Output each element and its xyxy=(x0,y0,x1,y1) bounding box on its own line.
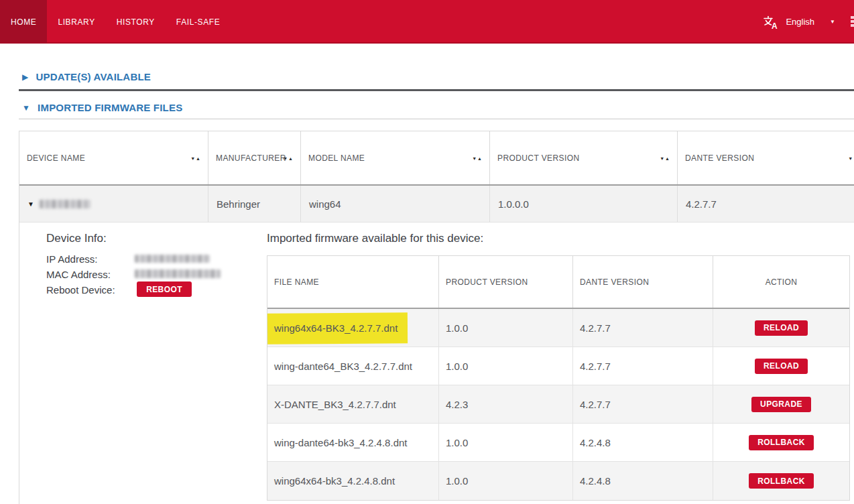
device-info-title: Device Info: xyxy=(46,232,107,245)
dante-version-cell: 4.2.7.7 xyxy=(573,385,713,423)
file-name-cell: wing-dante64_BK3_4.2.7.7.dnt xyxy=(267,347,439,385)
redacted-mac-address xyxy=(135,269,221,278)
action-cell: ROLLBACK xyxy=(713,462,849,500)
dante-version-cell: 4.2.4.8 xyxy=(573,424,713,461)
file-name-cell: wing-dante64-bk3_4.2.4.8.dnt xyxy=(267,424,439,461)
section-title: UPDATE(S) AVAILABLE xyxy=(36,71,151,82)
sort-icon[interactable]: ▼▲ xyxy=(472,155,483,160)
device-table-header: DEVICE NAME ▼▲ MANUFACTURER ▼▲ MODEL NAM… xyxy=(19,131,854,186)
clipped-edge-element xyxy=(851,16,854,27)
firmware-row: wing-dante64-bk3_4.2.4.8.dnt 1.0.0 4.2.4… xyxy=(267,424,849,462)
nav-tab-history[interactable]: HISTORY xyxy=(106,0,166,44)
manufacturer-cell: Behringer xyxy=(208,186,301,222)
section-header-updates-available[interactable]: ▶ UPDATE(S) AVAILABLE xyxy=(22,71,151,82)
device-row[interactable]: ▼ Behringer wing64 1.0.0.0 4.2.7.7 xyxy=(19,186,854,223)
file-name-cell: wing64x64-BK3_4.2.7.7.dnt xyxy=(267,309,439,346)
product-version-cell: 1.0.0 xyxy=(439,347,573,385)
section-header-imported-firmware[interactable]: ▼ IMPORTED FIRMWARE FILES xyxy=(22,102,182,113)
product-version-cell: 1.0.0 xyxy=(439,309,573,346)
reload-button[interactable]: RELOAD xyxy=(755,359,808,374)
model-name-cell: wing64 xyxy=(301,186,490,222)
dante-version-cell: 4.2.7.7 xyxy=(573,309,713,346)
reboot-device-label: Reboot Device: xyxy=(46,284,115,296)
dante-version-cell: 4.2.4.8 xyxy=(573,462,713,500)
product-version-cell: 1.0.0 xyxy=(439,462,573,500)
language-selector[interactable]: A English ▼ xyxy=(762,0,835,44)
firmware-row: wing64x64-bk3_4.2.4.8.dnt 1.0.0 4.2.4.8 … xyxy=(267,462,849,500)
action-cell: ROLLBACK xyxy=(713,424,849,461)
translate-icon: A xyxy=(762,14,780,30)
device-expanded-panel: Device Info: IP Address: MAC Address: Re… xyxy=(19,223,854,503)
file-name-cell: X-DANTE_BK3_4.2.7.7.dnt xyxy=(267,385,439,423)
sort-icon[interactable]: ▼▲ xyxy=(848,155,854,160)
reload-button[interactable]: RELOAD xyxy=(755,320,808,336)
column-header-file-name: FILE NAME xyxy=(267,256,439,308)
column-header-dante-version[interactable]: DANTE VERSION ▼▲ xyxy=(678,131,854,184)
row-expand-icon[interactable]: ▼ xyxy=(27,200,34,208)
nav-tab-fail-safe[interactable]: FAIL-SAFE xyxy=(166,0,231,44)
action-cell: RELOAD xyxy=(713,347,849,385)
section-divider xyxy=(19,119,854,119)
device-name-cell[interactable]: ▼ xyxy=(19,186,208,222)
top-nav: HOME LIBRARY HISTORY FAIL-SAFE A English… xyxy=(0,0,854,44)
sort-icon[interactable]: ▼▲ xyxy=(283,155,294,160)
column-header-dante-version: DANTE VERSION xyxy=(573,256,713,308)
chevron-down-icon: ▼ xyxy=(830,19,835,25)
collapsed-triangle-icon: ▶ xyxy=(22,73,28,81)
upgrade-button[interactable]: UPGRADE xyxy=(751,397,811,412)
dante-version-cell: 4.2.7.7 xyxy=(573,347,713,385)
nav-tab-home[interactable]: HOME xyxy=(0,0,47,44)
sort-icon[interactable]: ▼▲ xyxy=(190,155,201,160)
rollback-button[interactable]: ROLLBACK xyxy=(749,473,814,489)
nav-tab-library[interactable]: LIBRARY xyxy=(47,0,105,44)
column-header-model-name[interactable]: MODEL NAME ▼▲ xyxy=(301,131,490,184)
redacted-ip-address xyxy=(135,255,210,263)
firmware-row: X-DANTE_BK3_4.2.7.7.dnt 4.2.3 4.2.7.7 UP… xyxy=(267,385,849,424)
language-label: English xyxy=(786,17,814,27)
action-cell: RELOAD xyxy=(713,309,849,346)
section-divider xyxy=(19,89,854,91)
rollback-button[interactable]: ROLLBACK xyxy=(749,435,814,450)
product-version-cell: 1.0.0.0 xyxy=(490,186,678,222)
reboot-button[interactable]: REBOOT xyxy=(137,281,192,297)
expanded-triangle-icon: ▼ xyxy=(22,104,30,112)
section-title: IMPORTED FIRMWARE FILES xyxy=(38,102,182,113)
device-table: DEVICE NAME ▼▲ MANUFACTURER ▼▲ MODEL NAM… xyxy=(19,131,854,504)
column-header-product-version[interactable]: PRODUCT VERSION ▼▲ xyxy=(490,131,678,184)
page: HOME LIBRARY HISTORY FAIL-SAFE A English… xyxy=(0,0,854,504)
firmware-row: wing-dante64_BK3_4.2.7.7.dnt 1.0.0 4.2.7… xyxy=(267,347,849,385)
column-header-action: ACTION xyxy=(713,256,849,308)
firmware-table-header: FILE NAME PRODUCT VERSION DANTE VERSION … xyxy=(267,256,849,309)
firmware-row: wing64x64-BK3_4.2.7.7.dnt 1.0.0 4.2.7.7 … xyxy=(267,309,849,347)
mac-address-label: MAC Address: xyxy=(46,269,111,280)
product-version-cell: 1.0.0 xyxy=(439,424,573,461)
ip-address-label: IP Address: xyxy=(46,253,97,265)
column-header-manufacturer[interactable]: MANUFACTURER ▼▲ xyxy=(208,131,301,184)
action-cell: UPGRADE xyxy=(713,385,849,423)
column-header-device-name[interactable]: DEVICE NAME ▼▲ xyxy=(19,131,208,184)
sort-icon[interactable]: ▼▲ xyxy=(660,155,670,160)
imported-firmware-title: Imported firmware available for this dev… xyxy=(267,232,483,245)
file-name-cell: wing64x64-bk3_4.2.4.8.dnt xyxy=(267,462,439,500)
firmware-table: FILE NAME PRODUCT VERSION DANTE VERSION … xyxy=(267,255,850,501)
svg-text:A: A xyxy=(772,21,778,30)
dante-version-cell: 4.2.7.7 xyxy=(678,186,854,222)
product-version-cell: 4.2.3 xyxy=(439,385,573,423)
redacted-device-name xyxy=(40,200,90,208)
column-header-product-version: PRODUCT VERSION xyxy=(439,256,573,308)
